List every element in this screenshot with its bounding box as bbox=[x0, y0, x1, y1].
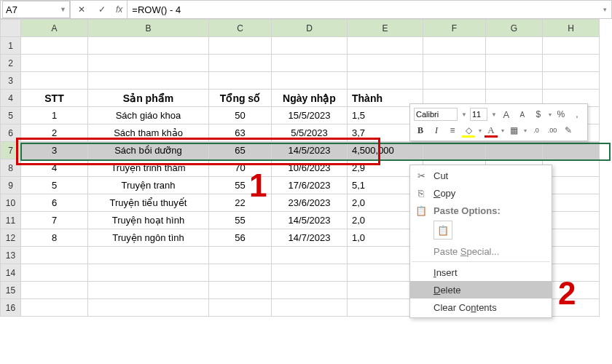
cell[interactable]: Sách giáo khoa bbox=[88, 107, 209, 124]
chevron-down-icon[interactable]: ▾ bbox=[479, 127, 482, 134]
row-header[interactable]: 12 bbox=[1, 229, 21, 247]
col-header-B[interactable]: B bbox=[88, 20, 209, 37]
cell[interactable]: Sách tham khảo bbox=[88, 124, 209, 142]
cell[interactable]: 4 bbox=[21, 159, 88, 177]
row-header[interactable]: 1 bbox=[1, 37, 21, 55]
row-header[interactable]: 4 bbox=[1, 90, 21, 107]
row-header[interactable]: 7 bbox=[1, 142, 21, 159]
col-header-A[interactable]: A bbox=[21, 20, 88, 37]
ctx-paste-special[interactable]: Paste Special... bbox=[410, 242, 552, 260]
col-header-C[interactable]: C bbox=[209, 20, 272, 37]
cell[interactable]: Truyện tiểu thuyết bbox=[88, 194, 209, 212]
cell[interactable]: 5 bbox=[21, 177, 88, 194]
name-box[interactable]: A7 ▼ bbox=[2, 1, 70, 18]
row-header[interactable]: 14 bbox=[1, 264, 21, 282]
cell[interactable]: Truyện trinh thám bbox=[88, 159, 209, 177]
cell[interactable]: 63 bbox=[209, 124, 272, 142]
cell[interactable]: Ngày nhập bbox=[272, 90, 348, 107]
cell[interactable]: Truyện ngôn tình bbox=[88, 229, 209, 247]
row-header[interactable]: 8 bbox=[1, 159, 21, 177]
ctx-label: Delete bbox=[434, 285, 461, 296]
cell[interactable]: Tổng số bbox=[209, 90, 272, 107]
chevron-down-icon[interactable]: ▼ bbox=[491, 111, 497, 118]
ctx-clear-contents[interactable]: Clear Contents bbox=[410, 298, 552, 316]
cell[interactable]: 22 bbox=[209, 194, 272, 212]
row-header[interactable]: 2 bbox=[1, 55, 21, 72]
decrease-decimal-button[interactable]: .00 bbox=[546, 124, 559, 137]
cell[interactable]: 65 bbox=[209, 142, 272, 159]
row-header[interactable]: 5 bbox=[1, 107, 21, 124]
cell[interactable]: 8 bbox=[21, 229, 88, 247]
font-name-select[interactable] bbox=[414, 108, 458, 121]
col-header-G[interactable]: G bbox=[486, 20, 543, 37]
cell[interactable]: 14/5/2023 bbox=[272, 212, 348, 229]
cell[interactable]: 50 bbox=[209, 107, 272, 124]
fx-icon[interactable]: fx bbox=[116, 4, 122, 15]
mini-toolbar[interactable]: ▼ ▼ A A $ ▾ % , B I ≡ ◇ ▾ A ▾ ▦ ▾ .0 .00… bbox=[409, 103, 588, 141]
expand-formula-bar-icon[interactable]: ▾ bbox=[598, 6, 611, 13]
row-header[interactable]: 15 bbox=[1, 282, 21, 299]
cell[interactable]: 70 bbox=[209, 159, 272, 177]
bold-button[interactable]: B bbox=[414, 124, 427, 137]
formula-input[interactable]: =ROW() - 4 bbox=[128, 1, 598, 18]
font-color-button[interactable]: A bbox=[484, 124, 498, 137]
cell[interactable]: 7 bbox=[21, 212, 88, 229]
row-header[interactable]: 13 bbox=[1, 247, 21, 264]
percent-format-button[interactable]: % bbox=[554, 108, 568, 121]
row-header[interactable]: 9 bbox=[1, 177, 21, 194]
cell[interactable]: Sản phẩm bbox=[88, 90, 209, 107]
row-header[interactable]: 11 bbox=[1, 212, 21, 229]
ctx-cut[interactable]: ✂ Cut bbox=[410, 167, 552, 184]
cell[interactable]: Sách bồi dưỡng bbox=[88, 142, 209, 159]
ctx-insert[interactable]: Insert bbox=[410, 264, 552, 281]
cell[interactable]: 1 bbox=[21, 107, 88, 124]
select-all-corner[interactable] bbox=[1, 20, 21, 37]
chevron-down-icon[interactable]: ▼ bbox=[60, 6, 66, 13]
row-header[interactable]: 10 bbox=[1, 194, 21, 212]
col-header-D[interactable]: D bbox=[272, 20, 348, 37]
chevron-down-icon[interactable]: ▼ bbox=[461, 111, 467, 118]
italic-button[interactable]: I bbox=[430, 124, 443, 137]
chevron-down-icon[interactable]: ▾ bbox=[501, 127, 504, 134]
paste-icon: 📋 bbox=[415, 205, 428, 216]
cell[interactable]: Truyện hoạt hình bbox=[88, 212, 209, 229]
row-header[interactable]: 6 bbox=[1, 124, 21, 142]
ctx-copy[interactable]: ⎘ Copy bbox=[410, 184, 552, 202]
cell[interactable]: 2 bbox=[21, 124, 88, 142]
ctx-delete[interactable]: Delete bbox=[410, 281, 552, 298]
col-header-H[interactable]: H bbox=[543, 20, 600, 37]
cell[interactable]: 15/5/2023 bbox=[272, 107, 348, 124]
comma-format-button[interactable]: , bbox=[570, 108, 584, 121]
col-header-F[interactable]: F bbox=[423, 20, 486, 37]
cell[interactable]: 14/7/2023 bbox=[272, 229, 348, 247]
paste-default-button[interactable]: 📋 bbox=[434, 221, 452, 240]
cell[interactable]: 56 bbox=[209, 229, 272, 247]
cell[interactable]: 3 bbox=[21, 142, 88, 159]
cell[interactable]: 55 bbox=[209, 177, 272, 194]
cell[interactable]: Truyện tranh bbox=[88, 177, 209, 194]
cell[interactable]: 23/6/2023 bbox=[272, 194, 348, 212]
currency-format-button[interactable]: $ bbox=[532, 108, 545, 121]
cell[interactable]: 6 bbox=[21, 194, 88, 212]
cell[interactable]: 17/6/2023 bbox=[272, 177, 348, 194]
row-header[interactable]: 16 bbox=[1, 299, 21, 317]
cell[interactable]: 14/5/2023 bbox=[272, 142, 348, 159]
increase-font-icon[interactable]: A bbox=[500, 108, 513, 121]
cell[interactable]: 10/6/2023 bbox=[272, 159, 348, 177]
format-painter-button[interactable]: ✎ bbox=[562, 124, 575, 137]
font-size-select[interactable] bbox=[470, 108, 487, 121]
border-button[interactable]: ▦ bbox=[507, 124, 520, 137]
increase-decimal-button[interactable]: .0 bbox=[530, 124, 543, 137]
col-header-E[interactable]: E bbox=[348, 20, 423, 37]
cell[interactable]: 4,500,000 bbox=[348, 142, 423, 159]
fill-color-button[interactable]: ◇ bbox=[462, 124, 475, 137]
cell[interactable]: 5/5/2023 bbox=[272, 124, 348, 142]
cell[interactable]: STT bbox=[21, 90, 88, 107]
chevron-down-icon[interactable]: ▾ bbox=[524, 127, 527, 134]
ctx-label: Cut bbox=[434, 170, 448, 181]
decrease-font-icon[interactable]: A bbox=[516, 108, 529, 121]
align-button[interactable]: ≡ bbox=[446, 124, 459, 137]
chevron-down-icon[interactable]: ▾ bbox=[549, 111, 552, 118]
cell[interactable]: 55 bbox=[209, 212, 272, 229]
row-header[interactable]: 3 bbox=[1, 72, 21, 90]
